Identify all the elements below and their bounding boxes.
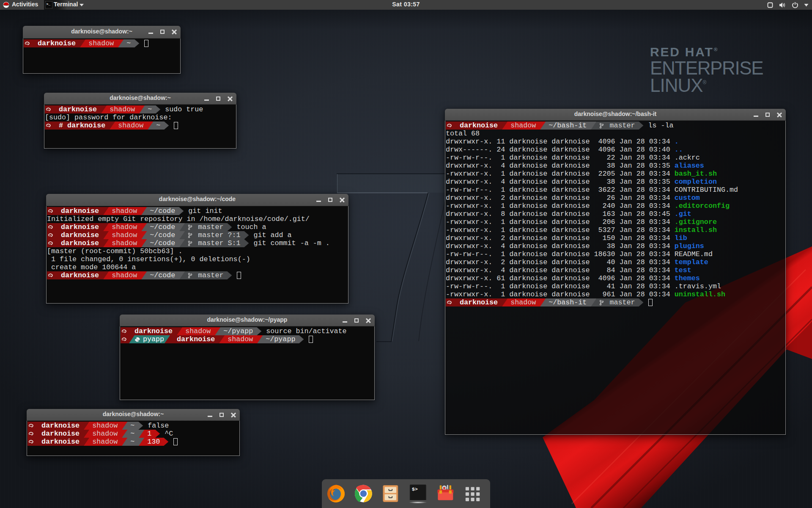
svg-text:$>: $>: [412, 486, 418, 492]
